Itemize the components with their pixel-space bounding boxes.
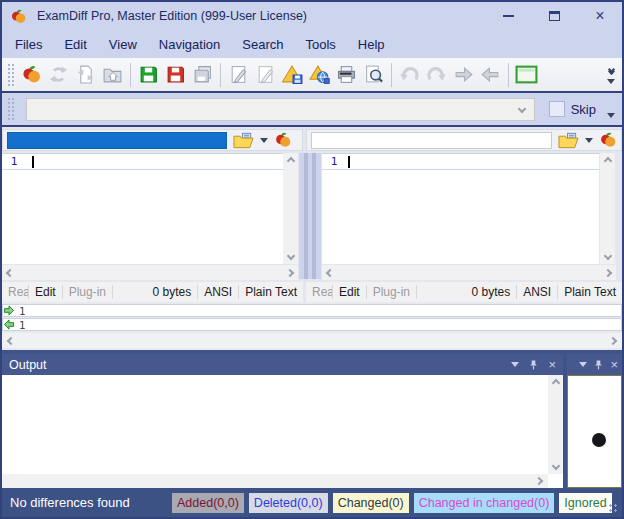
right-edit-toggle[interactable]: Edit	[333, 285, 367, 299]
right-editor-line-1: 1	[322, 154, 599, 170]
open-files-icon	[102, 64, 123, 85]
minimize-button[interactable]	[500, 8, 516, 24]
save-left-button[interactable]	[135, 61, 162, 89]
output-vscrollbar[interactable]	[548, 375, 563, 474]
left-pane-statusbar: Read Edit Plug-in 0 bytes ANSI Plain Tex…	[2, 282, 303, 302]
right-syntax-status: Plain Text	[558, 285, 622, 299]
scroll-right-icon[interactable]	[535, 477, 543, 485]
scroll-up-icon[interactable]	[286, 157, 294, 165]
output-pin-icon[interactable]	[528, 359, 539, 371]
status-bar: No differences found Added(0,0) Deleted(…	[2, 488, 622, 517]
output-menu-dropdown-icon[interactable]	[511, 362, 519, 367]
options-overflow-icon[interactable]	[607, 113, 615, 118]
scroll-up-icon[interactable]	[551, 379, 559, 387]
left-edit-toggle[interactable]: Edit	[29, 285, 63, 299]
save-right-button[interactable]	[162, 61, 189, 89]
overview-map-body[interactable]	[567, 375, 622, 488]
scroll-right-icon[interactable]	[609, 336, 617, 344]
overview-panel-header: ×	[567, 354, 622, 375]
save-differences-button[interactable]	[279, 61, 306, 89]
options-combobox[interactable]	[26, 98, 535, 121]
right-editor[interactable]: 1	[322, 153, 599, 264]
left-pane-header	[2, 129, 303, 151]
scroll-right-icon[interactable]	[604, 268, 612, 276]
app-window: ExamDiff Pro, Master Edition (999-User L…	[0, 0, 624, 519]
overview-close-icon[interactable]: ×	[610, 358, 618, 371]
left-editor[interactable]: 1	[2, 153, 283, 264]
scroll-up-icon[interactable]	[603, 157, 611, 165]
right-editor-vscrollbar[interactable]	[600, 153, 615, 264]
scroll-left-icon[interactable]	[326, 268, 334, 276]
print-button[interactable]	[333, 61, 360, 89]
copy-right-green-arrow-icon[interactable]	[3, 305, 15, 316]
menu-help[interactable]: Help	[347, 33, 396, 56]
scroll-down-icon[interactable]	[286, 252, 294, 260]
save-differences-icon	[282, 64, 303, 85]
right-open-folder-icon[interactable]	[558, 132, 579, 149]
edit-right-button[interactable]	[252, 61, 279, 89]
left-editor-hscrollbar[interactable]	[2, 265, 298, 280]
output-close-icon[interactable]: ×	[548, 358, 556, 371]
save-all-button[interactable]	[189, 61, 216, 89]
compare-options-bar: Skip	[2, 93, 622, 127]
combobox-chevron-down-icon	[517, 105, 525, 113]
right-folder-dropdown-icon[interactable]	[585, 138, 593, 143]
maximize-button[interactable]	[546, 8, 562, 24]
left-folder-dropdown-icon[interactable]	[260, 138, 268, 143]
next-difference-button[interactable]	[450, 61, 477, 89]
left-readonly-toggle[interactable]: Read	[2, 285, 29, 299]
swap-panes-button[interactable]	[72, 61, 99, 89]
right-path-combobox[interactable]	[311, 132, 552, 149]
menu-tools[interactable]: Tools	[294, 33, 346, 56]
window-resize-grip[interactable]	[608, 503, 618, 513]
scroll-left-icon[interactable]	[7, 336, 15, 344]
close-button[interactable]: ×	[592, 8, 608, 24]
previous-difference-button[interactable]	[477, 61, 504, 89]
right-size-status: 0 bytes	[465, 285, 517, 299]
open-files-button[interactable]	[99, 61, 126, 89]
left-compare-fruit-icon[interactable]	[274, 131, 292, 149]
left-path-combobox[interactable]	[7, 132, 227, 149]
scroll-right-icon[interactable]	[286, 268, 294, 276]
left-editor-vscrollbar[interactable]	[283, 153, 298, 264]
right-readonly-toggle[interactable]: Read	[306, 285, 333, 299]
output-hscrollbar[interactable]	[2, 474, 548, 488]
scroll-left-icon[interactable]	[6, 268, 14, 276]
refresh-button[interactable]	[45, 61, 72, 89]
menu-files[interactable]: Files	[4, 33, 53, 56]
redo-button[interactable]	[423, 61, 450, 89]
scroll-down-icon[interactable]	[551, 462, 559, 470]
print-preview-button[interactable]	[360, 61, 387, 89]
scroll-down-icon[interactable]	[603, 252, 611, 260]
skip-checkbox[interactable]	[549, 101, 565, 117]
overview-window-button[interactable]	[513, 61, 540, 89]
copy-left-green-arrow-icon[interactable]	[3, 319, 15, 330]
added-badge: Added(0,0)	[172, 493, 244, 513]
double-chevron-down-icon	[609, 67, 614, 74]
merge-bar-hscrollbar[interactable]	[2, 333, 622, 348]
toolbar-overflow-button[interactable]	[607, 65, 619, 84]
overview-menu-dropdown-icon[interactable]	[579, 362, 587, 367]
app-fruit-icon[interactable]	[10, 8, 27, 25]
menu-navigation[interactable]: Navigation	[148, 33, 231, 56]
menu-view[interactable]: View	[98, 33, 148, 56]
undo-button[interactable]	[396, 61, 423, 89]
left-plugin-toggle[interactable]: Plug-in	[63, 285, 113, 299]
compare-fruit-icon	[21, 64, 42, 85]
merge-row-line-number: 1	[19, 319, 25, 331]
compare-button[interactable]	[18, 61, 45, 89]
output-panel: Output ×	[2, 354, 563, 488]
toolbar-drag-handle[interactable]	[7, 63, 14, 87]
right-pane-statusbar: Read Edit Plug-in 0 bytes ANSI Plain Tex…	[306, 282, 622, 302]
menu-edit[interactable]: Edit	[53, 33, 97, 56]
menu-search[interactable]: Search	[231, 33, 294, 56]
right-plugin-toggle[interactable]: Plug-in	[367, 285, 417, 299]
save-differences-web-button[interactable]	[306, 61, 333, 89]
left-open-folder-icon[interactable]	[233, 132, 254, 149]
right-editor-hscrollbar[interactable]	[322, 265, 616, 280]
pane-splitter[interactable]	[299, 153, 321, 279]
edit-left-button[interactable]	[225, 61, 252, 89]
options-bar-drag-handle[interactable]	[7, 97, 14, 121]
right-compare-fruit-icon[interactable]	[599, 131, 617, 149]
overview-pin-icon[interactable]	[593, 359, 604, 371]
